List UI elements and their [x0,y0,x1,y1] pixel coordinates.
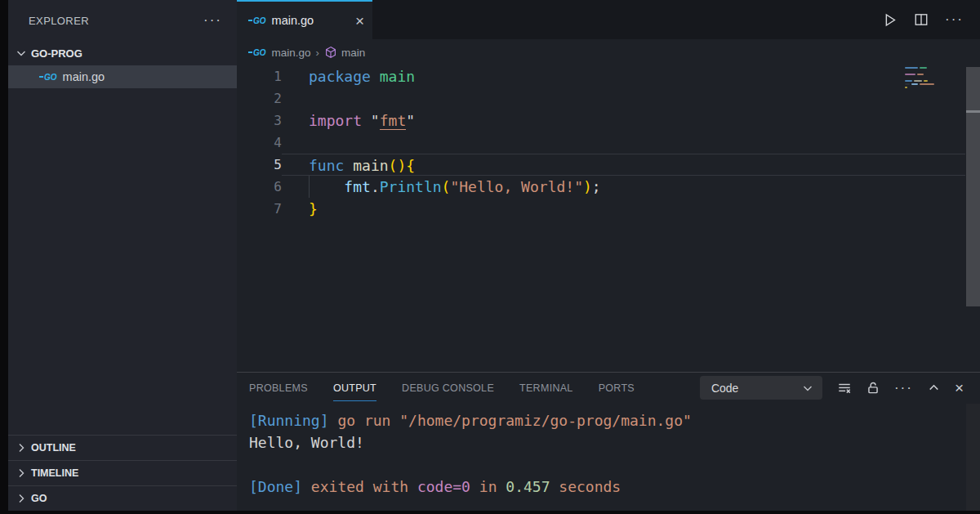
chevron-down-icon [801,382,814,395]
code-content[interactable] [282,132,980,154]
section-label: GO [31,493,47,504]
editor-toolbar: ··· [882,0,980,39]
chevron-down-icon [15,47,28,60]
panel-tab-debug-console[interactable]: DEBUG CONSOLE [402,374,494,401]
token: "Hello, World!" [450,178,583,195]
more-actions-icon[interactable]: ··· [894,380,913,396]
tab-main-go[interactable]: GO main.go × [237,0,372,39]
symbol-cube-icon [324,46,337,59]
code-line[interactable]: 6 fmt.Println("Hello, World!"); [237,176,980,198]
tab-bar: GO main.go × ··· [237,0,980,39]
chevron-up-icon[interactable] [927,381,941,395]
code-content[interactable] [282,87,980,110]
go-file-icon: GO [248,16,266,25]
sidebar-section-timeline[interactable]: TIMELINE [8,460,237,485]
section-label: OUTLINE [31,442,76,454]
channel-value: Code [711,382,738,395]
code-line[interactable]: 4 [237,132,980,154]
output-console: [Running] go run "/home/programiz/go-pro… [237,403,980,498]
output-line: Hello, World! [249,431,980,454]
token [344,157,353,174]
line-number[interactable]: 5 [237,154,282,176]
sidebar-bottom-sections: OUTLINETIMELINEGO [8,435,237,511]
line-number[interactable]: 6 [237,176,282,198]
line-number[interactable]: 3 [237,110,282,132]
sidebar-section-go[interactable]: GO [8,485,237,511]
token: import [309,112,362,129]
line-number[interactable]: 4 [237,132,282,154]
go-file-icon: GO [39,73,57,82]
sidebar-section-outline[interactable]: OUTLINE [8,435,237,460]
line-number[interactable]: 2 [237,87,282,110]
close-icon[interactable]: × [355,13,364,29]
token: [Done] [249,478,302,495]
editor-scrollbar[interactable] [966,67,980,306]
unlock-icon[interactable] [866,381,880,396]
project-label: GO-PROG [31,47,82,60]
token: package [309,68,371,85]
token: Hello, World! [249,434,364,451]
breadcrumb-file[interactable]: main.go [272,47,311,59]
token: . [371,178,380,195]
bottom-panel: PROBLEMSOUTPUTDEBUG CONSOLETERMINALPORTS… [237,372,980,511]
token: [Running] [249,412,329,429]
code-content[interactable]: } [282,198,980,220]
code-lines: 1package main23import "fmt"45func main()… [237,65,980,220]
token: go run "/home/programiz/go-prog/main.go" [329,412,692,429]
token [371,68,380,85]
token: code=0 [417,478,470,495]
sidebar-item-main-go[interactable]: GO main.go [8,65,237,88]
code-line[interactable]: 5func main(){ [237,154,980,176]
token: } [309,200,318,217]
panel-tab-problems[interactable]: PROBLEMS [249,374,308,401]
code-editor[interactable]: 1package main23import "fmt"45func main()… [237,65,980,372]
panel-tab-terminal[interactable]: TERMINAL [519,374,573,401]
breadcrumb-symbol[interactable]: main [341,47,365,59]
file-label: main.go [63,70,105,83]
code-content[interactable]: package main [282,65,980,87]
code-content[interactable]: import "fmt" [282,110,980,132]
explorer-sidebar: EXPLORER ··· GO-PROG GO main.go OUTLINET… [8,0,237,511]
output-line: [Done] exited with code=0 in 0.457 secon… [249,476,980,498]
more-actions-icon[interactable]: ··· [945,11,964,28]
minimap[interactable] [903,65,939,163]
token: (){ [389,157,416,174]
clear-output-icon[interactable] [837,381,852,396]
explorer-title: EXPLORER [29,15,89,27]
panel-tab-output[interactable]: OUTPUT [333,374,376,401]
sidebar-item-go-prog[interactable]: GO-PROG [8,41,237,65]
tab-label: main.go [272,14,314,27]
token [309,178,344,195]
token: Println [380,178,442,195]
indent-guide [309,176,310,198]
editor-group: GO main.go × ··· GO main.go › main 1pack… [237,0,980,511]
split-editor-button[interactable] [914,12,929,27]
token: main [353,157,388,174]
code-content[interactable]: fmt.Println("Hello, World!"); [282,176,980,198]
token: ; [592,178,601,195]
line-number[interactable]: 7 [237,198,282,220]
more-actions-icon[interactable]: ··· [203,12,222,29]
code-line[interactable]: 1package main [237,65,980,87]
code-line[interactable]: 7} [237,198,980,220]
token: " [362,112,380,129]
close-icon[interactable]: × [955,380,964,396]
code-line[interactable]: 2 [237,87,980,110]
token: seconds [550,478,621,495]
run-button[interactable] [882,12,898,28]
go-file-icon: GO [248,48,266,57]
breadcrumb-separator: › [316,47,319,59]
code-line[interactable]: 3import "fmt" [237,110,980,132]
panel-scrollbar[interactable] [966,404,980,511]
output-channel-select[interactable]: Code [700,376,822,400]
output-line [249,454,980,476]
code-content[interactable]: func main(){ [282,154,965,176]
line-number[interactable]: 1 [237,65,282,87]
panel-tab-ports[interactable]: PORTS [599,374,635,401]
panel-actions: ··· × [822,380,980,396]
explorer-titlebar: EXPLORER ··· [8,0,237,41]
token: in [470,478,506,495]
panel-header: PROBLEMSOUTPUTDEBUG CONSOLETERMINALPORTS… [237,373,980,403]
chevron-right-icon [15,492,28,505]
token: fmt [380,112,407,130]
